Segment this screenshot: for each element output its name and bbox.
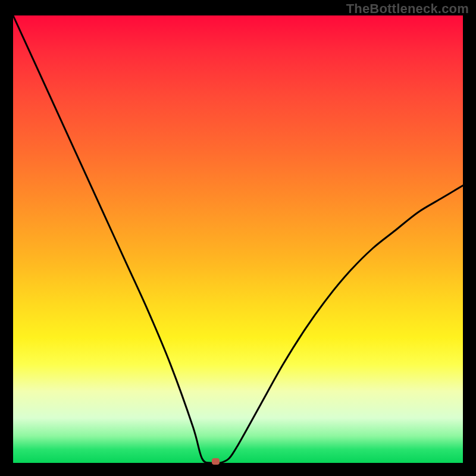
chart-frame: TheBottleneck.com (0, 0, 476, 476)
plot-area (13, 15, 463, 463)
optimal-marker (212, 458, 220, 465)
watermark-text: TheBottleneck.com (346, 1, 469, 17)
bottleneck-curve (13, 15, 463, 463)
